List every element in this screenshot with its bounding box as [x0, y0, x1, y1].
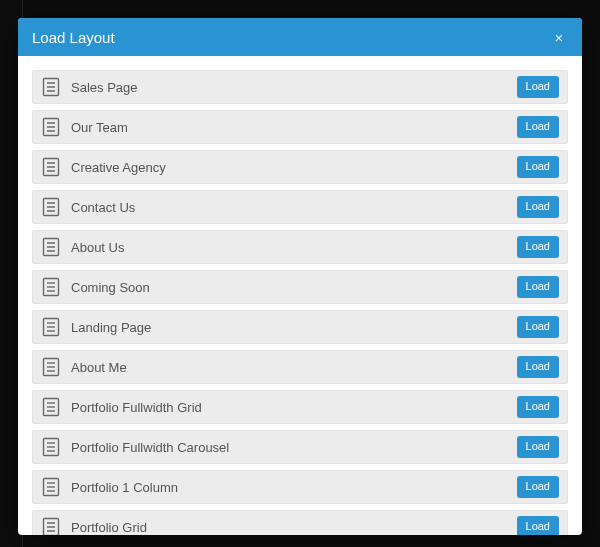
document-icon: [41, 276, 61, 298]
modal-title: Load Layout: [32, 29, 550, 46]
layout-row: Portfolio 1 ColumnLoad: [32, 470, 568, 504]
layout-name: About Us: [71, 240, 507, 255]
load-button[interactable]: Load: [517, 196, 559, 217]
load-button[interactable]: Load: [517, 436, 559, 457]
load-button[interactable]: Load: [517, 276, 559, 297]
layout-name: Coming Soon: [71, 280, 507, 295]
layout-name: Contact Us: [71, 200, 507, 215]
layout-row: Contact UsLoad: [32, 190, 568, 224]
load-button[interactable]: Load: [517, 396, 559, 417]
layout-row: About UsLoad: [32, 230, 568, 264]
layout-row: Portfolio Fullwidth CarouselLoad: [32, 430, 568, 464]
load-button[interactable]: Load: [517, 356, 559, 377]
load-button[interactable]: Load: [517, 156, 559, 177]
modal-header: Load Layout ×: [18, 18, 582, 56]
layout-row: Sales PageLoad: [32, 70, 568, 104]
layout-row: Portfolio GridLoad: [32, 510, 568, 535]
document-icon: [41, 196, 61, 218]
layout-row: Landing PageLoad: [32, 310, 568, 344]
layout-name: Portfolio Fullwidth Carousel: [71, 440, 507, 455]
load-layout-modal: Load Layout × Sales PageLoad Our TeamLoa…: [18, 18, 582, 535]
document-icon: [41, 396, 61, 418]
layout-name: Creative Agency: [71, 160, 507, 175]
load-button[interactable]: Load: [517, 76, 559, 97]
load-button[interactable]: Load: [517, 476, 559, 497]
layout-row: About MeLoad: [32, 350, 568, 384]
layout-row: Our TeamLoad: [32, 110, 568, 144]
layout-name: Portfolio Grid: [71, 520, 507, 535]
layout-row: Portfolio Fullwidth GridLoad: [32, 390, 568, 424]
document-icon: [41, 356, 61, 378]
document-icon: [41, 516, 61, 535]
document-icon: [41, 156, 61, 178]
layout-name: Sales Page: [71, 80, 507, 95]
layout-name: Our Team: [71, 120, 507, 135]
load-button[interactable]: Load: [517, 116, 559, 137]
document-icon: [41, 436, 61, 458]
document-icon: [41, 316, 61, 338]
document-icon: [41, 116, 61, 138]
layout-row: Coming SoonLoad: [32, 270, 568, 304]
load-button[interactable]: Load: [517, 236, 559, 257]
layout-name: Portfolio 1 Column: [71, 480, 507, 495]
load-button[interactable]: Load: [517, 316, 559, 337]
layout-name: About Me: [71, 360, 507, 375]
close-icon[interactable]: ×: [550, 28, 568, 46]
modal-body[interactable]: Sales PageLoad Our TeamLoad Creative Age…: [18, 56, 582, 535]
load-button[interactable]: Load: [517, 516, 559, 535]
page-backdrop: Load Layout × Sales PageLoad Our TeamLoa…: [0, 0, 600, 547]
layout-name: Portfolio Fullwidth Grid: [71, 400, 507, 415]
layout-name: Landing Page: [71, 320, 507, 335]
layout-row: Creative AgencyLoad: [32, 150, 568, 184]
document-icon: [41, 476, 61, 498]
document-icon: [41, 76, 61, 98]
document-icon: [41, 236, 61, 258]
